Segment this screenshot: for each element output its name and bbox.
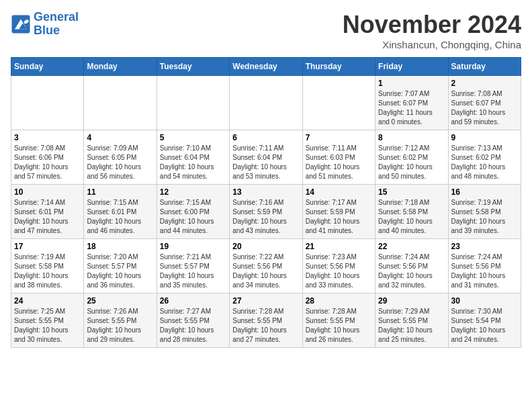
calendar-cell: 11Sunrise: 7:15 AM Sunset: 6:01 PM Dayli… <box>84 185 157 239</box>
calendar-cell: 9Sunrise: 7:13 AM Sunset: 6:02 PM Daylig… <box>448 130 521 185</box>
calendar-cell: 3Sunrise: 7:08 AM Sunset: 6:06 PM Daylig… <box>11 130 84 185</box>
logo-line2: Blue <box>34 24 60 37</box>
day-number: 5 <box>160 133 226 142</box>
day-number: 23 <box>451 242 518 251</box>
day-number: 29 <box>378 296 445 306</box>
day-info: Sunrise: 7:19 AM Sunset: 5:58 PM Dayligh… <box>14 253 81 290</box>
calendar-cell: 18Sunrise: 7:20 AM Sunset: 5:57 PM Dayli… <box>84 239 157 293</box>
day-info: Sunrise: 7:11 AM Sunset: 6:03 PM Dayligh… <box>306 144 372 181</box>
weekday-header-thursday: Thursday <box>302 58 375 76</box>
day-number: 18 <box>87 242 153 251</box>
day-number: 6 <box>232 133 299 142</box>
calendar-header: SundayMondayTuesdayWednesdayThursdayFrid… <box>11 58 521 76</box>
calendar-cell: 17Sunrise: 7:19 AM Sunset: 5:58 PM Dayli… <box>11 239 84 293</box>
day-number: 9 <box>451 133 518 142</box>
calendar-cell: 19Sunrise: 7:21 AM Sunset: 5:57 PM Dayli… <box>157 239 229 293</box>
calendar-cell: 12Sunrise: 7:15 AM Sunset: 6:00 PM Dayli… <box>157 185 229 239</box>
day-number: 19 <box>160 242 226 251</box>
calendar-cell: 22Sunrise: 7:24 AM Sunset: 5:56 PM Dayli… <box>375 239 448 293</box>
week-row-2: 3Sunrise: 7:08 AM Sunset: 6:06 PM Daylig… <box>11 130 521 185</box>
calendar-body: 1Sunrise: 7:07 AM Sunset: 6:07 PM Daylig… <box>11 76 521 348</box>
weekday-header-sunday: Sunday <box>11 58 84 76</box>
day-info: Sunrise: 7:08 AM Sunset: 6:07 PM Dayligh… <box>451 89 518 127</box>
day-number: 28 <box>306 296 372 306</box>
day-number: 17 <box>14 242 81 251</box>
title-block: November 2024 Xinshancun, Chongqing, Chi… <box>343 11 521 50</box>
day-info: Sunrise: 7:07 AM Sunset: 6:07 PM Dayligh… <box>378 89 445 127</box>
day-info: Sunrise: 7:30 AM Sunset: 5:54 PM Dayligh… <box>451 307 518 345</box>
calendar-cell: 26Sunrise: 7:27 AM Sunset: 5:55 PM Dayli… <box>157 293 229 348</box>
day-info: Sunrise: 7:29 AM Sunset: 5:55 PM Dayligh… <box>378 307 445 345</box>
calendar-cell: 29Sunrise: 7:29 AM Sunset: 5:55 PM Dayli… <box>375 293 448 348</box>
day-info: Sunrise: 7:16 AM Sunset: 5:59 PM Dayligh… <box>232 198 299 236</box>
calendar-cell <box>302 76 375 130</box>
day-number: 22 <box>378 242 445 251</box>
calendar-cell: 10Sunrise: 7:14 AM Sunset: 6:01 PM Dayli… <box>11 185 84 239</box>
weekday-header-row: SundayMondayTuesdayWednesdayThursdayFrid… <box>11 58 521 76</box>
day-number: 30 <box>451 296 518 306</box>
day-info: Sunrise: 7:25 AM Sunset: 5:55 PM Dayligh… <box>14 307 81 345</box>
day-info: Sunrise: 7:21 AM Sunset: 5:57 PM Dayligh… <box>160 253 226 290</box>
week-row-1: 1Sunrise: 7:07 AM Sunset: 6:07 PM Daylig… <box>11 76 521 130</box>
calendar-cell: 8Sunrise: 7:12 AM Sunset: 6:02 PM Daylig… <box>375 130 448 185</box>
location: Xinshancun, Chongqing, China <box>343 39 521 50</box>
day-info: Sunrise: 7:26 AM Sunset: 5:55 PM Dayligh… <box>87 307 153 345</box>
calendar-cell: 5Sunrise: 7:10 AM Sunset: 6:04 PM Daylig… <box>157 130 229 185</box>
day-number: 20 <box>232 242 299 251</box>
calendar-cell: 21Sunrise: 7:23 AM Sunset: 5:56 PM Dayli… <box>302 239 375 293</box>
day-number: 24 <box>14 296 81 306</box>
calendar-cell: 28Sunrise: 7:28 AM Sunset: 5:55 PM Dayli… <box>302 293 375 348</box>
day-info: Sunrise: 7:08 AM Sunset: 6:06 PM Dayligh… <box>14 144 81 181</box>
day-info: Sunrise: 7:22 AM Sunset: 5:56 PM Dayligh… <box>232 253 299 290</box>
weekday-header-monday: Monday <box>84 58 157 76</box>
day-info: Sunrise: 7:18 AM Sunset: 5:58 PM Dayligh… <box>378 198 445 236</box>
day-info: Sunrise: 7:14 AM Sunset: 6:01 PM Dayligh… <box>14 198 81 236</box>
calendar-cell: 20Sunrise: 7:22 AM Sunset: 5:56 PM Dayli… <box>230 239 302 293</box>
day-info: Sunrise: 7:28 AM Sunset: 5:55 PM Dayligh… <box>232 307 299 345</box>
logo-line1: General <box>34 10 79 24</box>
day-info: Sunrise: 7:23 AM Sunset: 5:56 PM Dayligh… <box>306 253 372 290</box>
logo: General Blue <box>11 11 79 38</box>
day-info: Sunrise: 7:24 AM Sunset: 5:56 PM Dayligh… <box>451 253 518 290</box>
day-info: Sunrise: 7:09 AM Sunset: 6:05 PM Dayligh… <box>87 144 153 181</box>
day-number: 25 <box>87 296 153 306</box>
calendar-cell: 16Sunrise: 7:19 AM Sunset: 5:58 PM Dayli… <box>448 185 521 239</box>
day-number: 4 <box>87 133 153 142</box>
day-info: Sunrise: 7:19 AM Sunset: 5:58 PM Dayligh… <box>451 198 518 236</box>
day-number: 27 <box>232 296 299 306</box>
day-number: 21 <box>306 242 372 251</box>
logo-icon <box>11 14 31 34</box>
weekday-header-tuesday: Tuesday <box>157 58 229 76</box>
calendar-cell: 7Sunrise: 7:11 AM Sunset: 6:03 PM Daylig… <box>302 130 375 185</box>
day-info: Sunrise: 7:15 AM Sunset: 6:00 PM Dayligh… <box>160 198 226 236</box>
calendar-cell: 15Sunrise: 7:18 AM Sunset: 5:58 PM Dayli… <box>375 185 448 239</box>
weekday-header-saturday: Saturday <box>448 58 521 76</box>
calendar-cell: 27Sunrise: 7:28 AM Sunset: 5:55 PM Dayli… <box>230 293 302 348</box>
day-info: Sunrise: 7:11 AM Sunset: 6:04 PM Dayligh… <box>232 144 299 181</box>
calendar-cell <box>230 76 302 130</box>
weekday-header-wednesday: Wednesday <box>230 58 302 76</box>
day-info: Sunrise: 7:20 AM Sunset: 5:57 PM Dayligh… <box>87 253 153 290</box>
month-title: November 2024 <box>343 11 521 39</box>
calendar-cell <box>157 76 229 130</box>
day-number: 1 <box>378 79 445 88</box>
day-number: 11 <box>87 187 153 197</box>
day-number: 13 <box>232 187 299 197</box>
calendar-cell <box>84 76 157 130</box>
day-number: 3 <box>14 133 81 142</box>
week-row-5: 24Sunrise: 7:25 AM Sunset: 5:55 PM Dayli… <box>11 293 521 348</box>
day-info: Sunrise: 7:13 AM Sunset: 6:02 PM Dayligh… <box>451 144 518 181</box>
calendar-cell: 13Sunrise: 7:16 AM Sunset: 5:59 PM Dayli… <box>230 185 302 239</box>
week-row-4: 17Sunrise: 7:19 AM Sunset: 5:58 PM Dayli… <box>11 239 521 293</box>
day-number: 26 <box>160 296 226 306</box>
day-number: 16 <box>451 187 518 197</box>
day-info: Sunrise: 7:12 AM Sunset: 6:02 PM Dayligh… <box>378 144 445 181</box>
calendar-cell: 2Sunrise: 7:08 AM Sunset: 6:07 PM Daylig… <box>448 76 521 130</box>
day-number: 10 <box>14 187 81 197</box>
day-number: 8 <box>378 133 445 142</box>
day-info: Sunrise: 7:27 AM Sunset: 5:55 PM Dayligh… <box>160 307 226 345</box>
week-row-3: 10Sunrise: 7:14 AM Sunset: 6:01 PM Dayli… <box>11 185 521 239</box>
calendar: SundayMondayTuesdayWednesdayThursdayFrid… <box>11 57 521 348</box>
day-number: 2 <box>451 79 518 88</box>
calendar-cell: 14Sunrise: 7:17 AM Sunset: 5:59 PM Dayli… <box>302 185 375 239</box>
